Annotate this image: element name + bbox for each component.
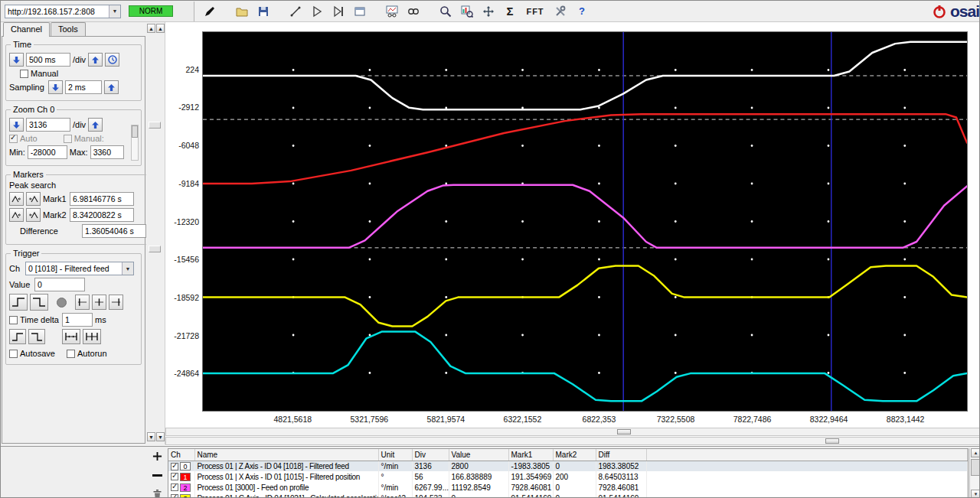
window-button[interactable] (351, 2, 369, 21)
remove-channel-button[interactable] (149, 469, 165, 481)
autosave-checkbox[interactable] (9, 350, 18, 358)
delta-window-button[interactable] (83, 329, 101, 344)
trigger-channel-dropdown-icon[interactable]: ▼ (122, 262, 133, 275)
address-value[interactable]: http://192.168.157.2:808 (5, 7, 109, 16)
time-delta-input[interactable] (62, 313, 93, 327)
zoom-manual-checkbox[interactable] (64, 135, 72, 143)
sampling-increase-button[interactable] (104, 80, 119, 94)
delta-rising-edge-button[interactable] (9, 329, 26, 344)
open-file-button[interactable] (233, 2, 251, 21)
panel-divider: ▲ ▲ ▼ ▼ (146, 22, 165, 444)
trigger-channel-value[interactable]: 0 [1018] - Filtered feed (26, 264, 122, 273)
scroll-down-button[interactable]: ▼ (147, 432, 155, 441)
trigger-rising-edge-button[interactable] (9, 294, 28, 311)
column-header[interactable]: Mark1 (508, 449, 553, 461)
zoom-scrollbar[interactable] (131, 125, 139, 161)
time-decrease-button[interactable] (9, 53, 24, 67)
settings-button[interactable] (551, 2, 570, 21)
column-header[interactable]: Div (412, 449, 449, 461)
mark1-slider[interactable] (165, 428, 980, 436)
zoom-button[interactable] (436, 2, 455, 21)
trigger-falling-edge-button[interactable] (30, 294, 48, 311)
time-per-div-input[interactable] (26, 53, 70, 67)
time-reset-button[interactable] (105, 53, 119, 67)
mark1-slider-thumb[interactable] (617, 429, 631, 435)
scroll-up-button-2[interactable]: ▲ (156, 24, 165, 33)
channel-row[interactable]: 3Process 01 | C Axis - ID 04 [1021] - Ca… (168, 493, 968, 498)
channel-visible-checkbox[interactable] (171, 483, 178, 491)
address-dropdown-icon[interactable]: ▼ (109, 5, 120, 18)
address-combo[interactable]: http://192.168.157.2:808 ▼ (5, 5, 121, 18)
column-header[interactable]: Diff (596, 449, 646, 461)
zoom-per-div-input[interactable] (26, 118, 70, 132)
mark2-value-input[interactable] (70, 208, 134, 222)
table-scrollbar-thumb[interactable] (971, 459, 980, 476)
pan-button[interactable] (479, 2, 498, 21)
time-delta-checkbox[interactable] (9, 316, 18, 324)
help-button[interactable]: ? (573, 2, 591, 21)
y-axis-label: -6048 (165, 141, 199, 150)
difference-value-input[interactable] (82, 224, 146, 238)
mark2-slider-thumb[interactable] (825, 438, 839, 444)
delete-all-button[interactable] (149, 488, 165, 498)
zoom-increase-button[interactable] (88, 118, 103, 132)
zoom-auto-checkbox[interactable] (9, 135, 18, 143)
fft-button[interactable]: FFT (522, 2, 548, 21)
mark1-peak-right-button[interactable] (26, 192, 41, 206)
scroll-down-button-2[interactable]: ▼ (156, 432, 165, 441)
zoom-chart-button[interactable] (458, 2, 476, 21)
time-manual-checkbox[interactable] (20, 70, 28, 78)
channel-visible-checkbox[interactable] (171, 494, 178, 498)
slope-tool-button[interactable] (286, 2, 305, 21)
table-scroll-down-button[interactable]: ▼ (971, 490, 980, 498)
column-header[interactable]: Mark2 (553, 449, 596, 461)
sampling-input[interactable] (65, 80, 102, 94)
channel-row[interactable]: 0Process 01 | Z Axis - ID 04 [1018] - Fi… (168, 461, 968, 471)
channel-row[interactable]: 1Process 01 | X Axis - ID 01 [1015] - Fi… (168, 471, 968, 482)
mark1-value-input[interactable] (70, 192, 134, 206)
channel-visible-checkbox[interactable] (171, 463, 178, 470)
mark2-slider[interactable] (165, 437, 980, 445)
table-scroll-up-button[interactable]: ▲ (971, 448, 980, 457)
channel-row[interactable]: 2Process 01 [3000] - Feed on profile°/mi… (168, 482, 968, 493)
scroll-up-button[interactable]: ▲ (147, 24, 155, 33)
splitter-grip[interactable] (149, 122, 161, 129)
save-button[interactable] (254, 2, 273, 21)
zoom-decrease-button[interactable] (9, 118, 24, 132)
sum-button[interactable]: Σ (501, 2, 519, 21)
zoom-scrollbar-thumb[interactable] (132, 125, 138, 138)
mark2-peak-right-button[interactable] (26, 208, 41, 222)
trigger-position-center-button[interactable] (92, 295, 106, 310)
trigger-channel-select[interactable]: 0 [1018] - Filtered feed ▼ (25, 262, 134, 275)
add-channel-button[interactable] (149, 450, 165, 462)
zoom-max-input[interactable] (90, 145, 124, 159)
channel-visible-checkbox[interactable] (171, 473, 178, 480)
zoom-min-input[interactable] (28, 145, 67, 159)
trigger-position-left-button[interactable] (75, 295, 90, 310)
marker-pen-button[interactable] (201, 2, 219, 21)
sampling-decrease-button[interactable] (48, 80, 63, 94)
play-button[interactable] (308, 2, 326, 21)
mark1-peak-left-button[interactable] (9, 192, 24, 206)
delta-span-button[interactable] (62, 329, 80, 344)
run-to-end-button[interactable] (329, 2, 348, 21)
waveform-plot[interactable] (202, 31, 968, 412)
search-view-button[interactable] (404, 2, 423, 21)
time-increase-button[interactable] (88, 53, 103, 67)
tab-tools[interactable]: Tools (51, 22, 86, 36)
column-header[interactable]: Value (449, 449, 508, 461)
autorun-checkbox[interactable] (67, 350, 75, 358)
tab-channel[interactable]: Channel (3, 22, 50, 37)
chart-view-button[interactable] (383, 2, 401, 21)
column-header[interactable]: Unit (378, 449, 412, 461)
mark2-peak-left-button[interactable] (9, 208, 24, 222)
arrow-up-icon (107, 83, 116, 92)
trigger-position-right-button[interactable] (109, 295, 123, 310)
column-header[interactable]: Name (194, 449, 378, 461)
channel-mark2: 0 (553, 493, 596, 498)
delta-falling-edge-button[interactable] (28, 329, 45, 344)
table-scrollbar[interactable]: ▲ ▼ (969, 448, 980, 498)
trigger-value-input[interactable] (34, 278, 85, 291)
column-header[interactable]: Ch (168, 449, 194, 461)
splitter-grip[interactable] (149, 246, 161, 252)
